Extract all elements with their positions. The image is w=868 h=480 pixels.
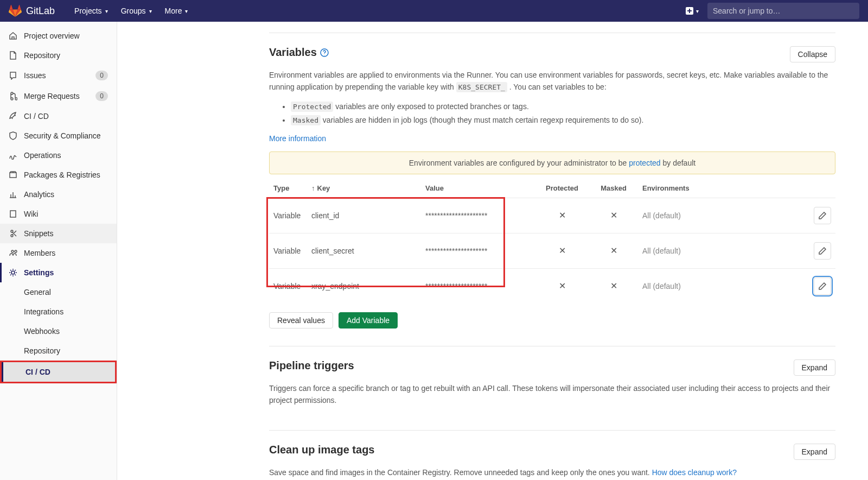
edit-button[interactable] [814, 207, 831, 224]
sidebar-item-settings[interactable]: Settings [0, 263, 117, 282]
gitlab-logo-icon [9, 4, 22, 17]
sidebar-sub-webhooks[interactable]: Webhooks [0, 321, 117, 341]
x-icon: ✕ [610, 211, 617, 220]
sidebar-item-label: CI / CD [24, 112, 108, 121]
expand-button[interactable]: Expand [794, 359, 835, 376]
col-masked[interactable]: Masked [589, 179, 638, 198]
x-icon: ✕ [610, 246, 617, 255]
sidebar-item-packages[interactable]: Packages & Registries [0, 165, 117, 185]
section-triggers: Pipeline triggers Expand Triggers can fo… [269, 346, 835, 431]
search-input[interactable] [713, 7, 854, 15]
sidebar-item-operations[interactable]: Operations [0, 146, 117, 165]
col-key[interactable]: ↑Key [307, 179, 421, 198]
banner-text: Environment variables are configured by … [409, 159, 629, 167]
sidebar-item-analytics[interactable]: Analytics [0, 185, 117, 204]
sidebar-item-security[interactable]: Security & Compliance [0, 126, 117, 146]
sidebar-sub-integrations[interactable]: Integrations [0, 302, 117, 321]
chevron-down-icon: ▾ [696, 8, 699, 14]
sidebar-item-label: Packages & Registries [24, 170, 108, 179]
add-variable-button[interactable]: Add Variable [339, 312, 398, 329]
sidebar-item-merge-requests[interactable]: Merge Requests0 [0, 86, 117, 106]
cell-env: All (default) [638, 268, 809, 304]
desc-text: Save space and find images in the Contai… [269, 468, 652, 477]
scissors-icon [9, 229, 17, 238]
sidebar-item-members[interactable]: Members [0, 243, 117, 263]
table-row: Variableclient_id*********************✕✕… [269, 198, 835, 233]
nav-more[interactable]: More▾ [158, 0, 195, 22]
nav-groups[interactable]: Groups▾ [114, 0, 158, 22]
banner-text: by default [661, 159, 696, 167]
issues-icon [9, 71, 17, 80]
members-icon [9, 249, 17, 257]
sidebar-sub-general[interactable]: General [0, 282, 117, 302]
cell-protected: ✕ [535, 233, 589, 268]
col-value[interactable]: Value [421, 179, 535, 198]
sidebar-item-wiki[interactable]: Wiki [0, 204, 117, 224]
sidebar-sub-cicd[interactable]: CI / CD [0, 361, 117, 383]
sidebar-item-label: Snippets [24, 229, 108, 238]
bullet-list: Protected variables are only exposed to … [269, 100, 835, 127]
chart-icon [9, 190, 17, 199]
cell-edit [809, 268, 835, 304]
col-protected[interactable]: Protected [535, 179, 589, 198]
cell-type: Variable [269, 198, 307, 233]
code-snippet: Protected [291, 102, 333, 112]
cell-masked: ✕ [589, 198, 638, 233]
package-icon [9, 170, 17, 179]
cleanup-link[interactable]: How does cleanup work? [652, 468, 737, 477]
expand-button[interactable]: Expand [794, 444, 835, 460]
sidebar-item-repository[interactable]: Repository [0, 46, 117, 65]
shield-icon [9, 131, 17, 140]
bullet-text: variables are only exposed to protected … [333, 102, 528, 111]
more-info-link[interactable]: More information [269, 134, 326, 143]
pencil-icon [818, 282, 827, 290]
reveal-values-button[interactable]: Reveal values [269, 312, 333, 329]
nav-projects[interactable]: Projects▾ [68, 0, 114, 22]
sort-arrow-icon: ↑ [311, 184, 315, 192]
edit-button[interactable] [814, 277, 831, 295]
table-row: Variableclient_secret*******************… [269, 233, 835, 268]
sidebar-item-snippets[interactable]: Snippets [0, 224, 117, 243]
x-icon: ✕ [610, 281, 617, 290]
sidebar-item-cicd[interactable]: CI / CD [0, 106, 117, 126]
sidebar-sub-repository[interactable]: Repository [0, 341, 117, 361]
main-content: Variables Collapse Environment variables… [117, 22, 868, 480]
sidebar: Project overview Repository Issues0 Merg… [0, 22, 117, 480]
section-title: Clean up image tags [269, 444, 375, 456]
actions-row: Reveal values Add Variable [269, 312, 835, 329]
section-cleanup: Clean up image tags Expand Save space an… [269, 430, 835, 480]
bullet-text: variables are hidden in job logs (though… [321, 116, 643, 124]
plus-button[interactable]: ▾ [681, 7, 703, 15]
edit-button[interactable] [814, 242, 831, 260]
cell-value: ********************* [421, 198, 535, 233]
x-icon: ✕ [559, 246, 566, 255]
operations-icon [9, 151, 17, 160]
cell-masked: ✕ [589, 233, 638, 268]
cell-env: All (default) [638, 233, 809, 268]
section-title: Variables [269, 46, 329, 59]
sidebar-item-label: Issues [24, 71, 95, 80]
chevron-down-icon: ▾ [185, 8, 188, 14]
sidebar-item-label: Analytics [24, 190, 108, 199]
banner-link[interactable]: protected [629, 159, 660, 167]
col-env[interactable]: Environments [638, 179, 809, 198]
sidebar-item-label: Webhooks [24, 327, 108, 336]
bullet-item: Protected variables are only exposed to … [291, 100, 835, 113]
x-icon: ✕ [559, 281, 566, 290]
cell-type: Variable [269, 268, 307, 304]
code-snippet: K8S_SECRET_ [456, 82, 507, 92]
sidebar-item-label: Integrations [24, 307, 108, 316]
plus-icon [685, 7, 694, 15]
nav-projects-label: Projects [74, 7, 102, 15]
collapse-button[interactable]: Collapse [790, 46, 835, 62]
sidebar-item-label: CI / CD [25, 368, 106, 376]
col-type[interactable]: Type [269, 179, 307, 198]
gear-icon [9, 268, 17, 277]
help-icon[interactable] [320, 48, 329, 57]
pencil-icon [818, 247, 827, 255]
sidebar-item-project-overview[interactable]: Project overview [0, 26, 117, 46]
badge: 0 [95, 71, 108, 80]
sidebar-item-issues[interactable]: Issues0 [0, 65, 117, 86]
sidebar-item-label: Merge Requests [24, 92, 95, 100]
badge: 0 [95, 91, 108, 101]
